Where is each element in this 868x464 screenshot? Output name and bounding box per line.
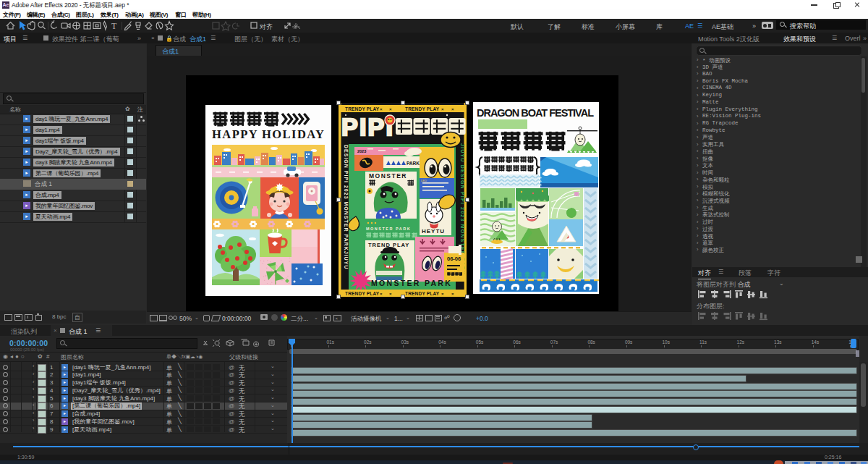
svg-text:×: × <box>380 107 383 111</box>
svg-text:MONSTER PARK: MONSTER PARK <box>366 227 411 231</box>
svg-text:06-06: 06-06 <box>447 256 461 262</box>
svg-text:×: × <box>451 292 454 296</box>
svg-text:HAPPY HOLIDAY: HAPPY HOLIDAY <box>212 127 324 141</box>
svg-text:TRENDY PLAY: TRENDY PLAY <box>345 291 380 296</box>
svg-text:DESIGN PIPI 2023 MONSTER PARKJ: DESIGN PIPI 2023 MONSTER PARKJIUYU <box>344 145 349 269</box>
svg-text:MONSTER: MONSTER <box>369 172 407 180</box>
svg-text:HEYTU: HEYTU <box>422 228 445 235</box>
svg-text:×: × <box>380 292 383 296</box>
svg-text:×: × <box>441 292 444 296</box>
svg-text:TRENDY PLAY: TRENDY PLAY <box>345 106 380 111</box>
svg-text:×: × <box>389 107 392 111</box>
svg-text:MONSTER PARK: MONSTER PARK <box>371 279 451 287</box>
svg-text:T: T <box>111 21 117 31</box>
svg-text:×: × <box>441 107 444 111</box>
svg-text:TRENDY PLAY: TRENDY PLAY <box>405 106 440 111</box>
svg-text:TRENDY PLAY: TRENDY PLAY <box>405 291 440 296</box>
svg-text:PARK: PARK <box>407 161 420 166</box>
svg-text:2023: 2023 <box>357 149 366 153</box>
svg-text:LED: LED <box>421 179 427 182</box>
svg-text:×: × <box>451 107 454 111</box>
svg-text:DRAGON BOAT FESTIVAL: DRAGON BOAT FESTIVAL <box>477 107 594 119</box>
svg-text:×: × <box>389 292 392 296</box>
